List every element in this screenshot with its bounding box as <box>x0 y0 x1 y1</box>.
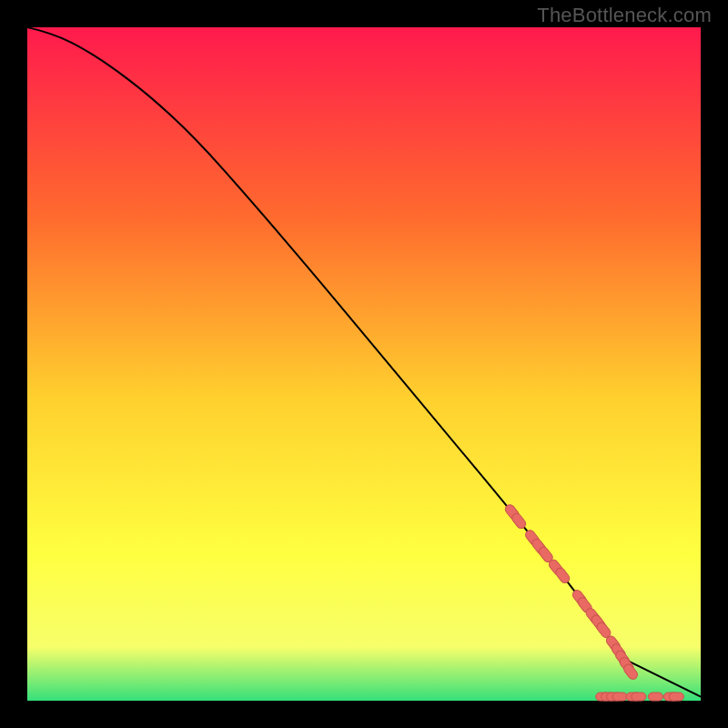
chart-stage: TheBottleneck.com <box>0 0 728 728</box>
plot-background <box>27 27 701 701</box>
data-marker <box>648 693 662 701</box>
data-marker <box>669 693 683 701</box>
data-marker <box>612 693 627 701</box>
data-marker <box>632 693 646 701</box>
chart-svg <box>0 0 728 728</box>
watermark-text: TheBottleneck.com <box>537 4 712 27</box>
